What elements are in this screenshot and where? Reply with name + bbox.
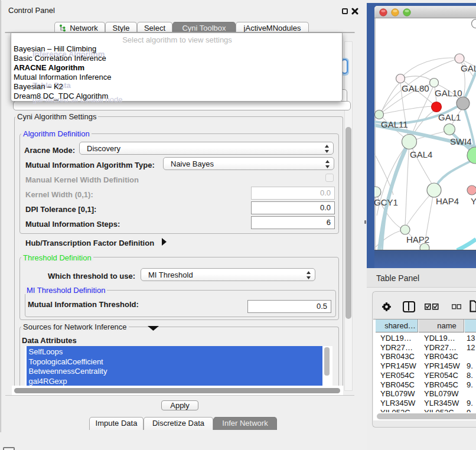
svg-text:GAL: GAL — [461, 63, 476, 73]
svg-text:GCY1: GCY1 — [374, 197, 398, 207]
svg-text:GAL11: GAL11 — [381, 119, 408, 129]
svg-text:Y: Y — [471, 196, 476, 206]
svg-text:HAP2: HAP2 — [406, 234, 429, 244]
svg-text:GAL4: GAL4 — [410, 149, 432, 159]
svg-text:GAL80: GAL80 — [402, 83, 429, 93]
svg-text:SWI4: SWI4 — [450, 136, 472, 146]
svg-text:GAL10: GAL10 — [435, 88, 462, 98]
svg-text:HAP4: HAP4 — [436, 196, 459, 206]
svg-text:GAL1: GAL1 — [438, 112, 461, 122]
